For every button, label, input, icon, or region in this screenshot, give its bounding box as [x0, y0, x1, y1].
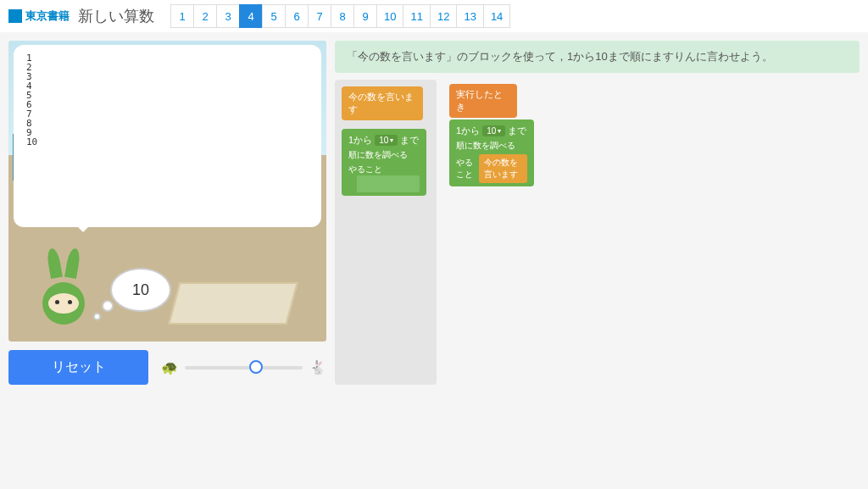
slider-track[interactable] [185, 366, 303, 370]
turtle-icon: 🐢 [161, 359, 178, 375]
block-loop-instance[interactable]: 1から 10 まで 順に数を調べる やること 今の数を言います [449, 119, 534, 186]
logo-icon [8, 9, 22, 23]
block-canvas[interactable]: 実行したとき 1から 10 まで 順に数を調べる やること 今の数を言います [445, 80, 860, 385]
page-button-14[interactable]: 14 [483, 4, 510, 28]
block-on-execute[interactable]: 実行したとき [449, 84, 517, 118]
page-title: 新しい算数 [78, 6, 154, 26]
sandbox-prop [168, 282, 298, 325]
page-button-4[interactable]: 4 [239, 4, 263, 28]
thought-bubble: 10 [110, 268, 171, 312]
block-loop[interactable]: 1から 10 まで 順に数を調べる やること [342, 129, 426, 196]
page-button-1[interactable]: 1 [170, 4, 194, 28]
right-panel: 「今の数を言います」のブロックを使って，1から10まで順にますりんに言わせよう。… [335, 41, 860, 385]
speed-slider[interactable]: 🐢 🐇 [161, 359, 326, 375]
loop-count-dropdown[interactable]: 10 [375, 135, 398, 146]
stage-controls: リセット 🐢 🐇 [8, 350, 326, 385]
publisher-name: 東京書籍 [25, 8, 70, 24]
instruction-banner: 「今の数を言います」のブロックを使って，1から10まで順にますりんに言わせよう。 [335, 41, 860, 73]
left-panel: 1 2 3 4 5 6 7 8 9 10 10 リセット 🐢 🐇 [8, 41, 326, 385]
page-button-7[interactable]: 7 [308, 4, 331, 28]
page-button-13[interactable]: 13 [456, 4, 483, 28]
nested-say-block[interactable]: 今の数を言います [479, 154, 527, 183]
reset-button[interactable]: リセット [8, 350, 148, 385]
loop-count-dropdown-instance[interactable]: 10 [482, 125, 505, 136]
character-masurin [38, 253, 89, 329]
page-button-9[interactable]: 9 [353, 4, 377, 28]
rabbit-icon: 🐇 [309, 359, 326, 375]
page-button-5[interactable]: 5 [262, 4, 286, 28]
speech-balloon: 1 2 3 4 5 6 7 8 9 10 [14, 45, 321, 227]
workspace: 今の数を言います 1から 10 まで 順に数を調べる やること 実行したとき [335, 80, 860, 385]
thought-value: 10 [132, 281, 149, 299]
page-button-11[interactable]: 11 [403, 4, 430, 28]
program-stack[interactable]: 実行したとき 1から 10 まで 順に数を調べる やること 今の数を言います [449, 84, 534, 188]
main-area: 1 2 3 4 5 6 7 8 9 10 10 リセット 🐢 🐇 [0, 32, 868, 393]
page-button-12[interactable]: 12 [430, 4, 457, 28]
header-bar: 東京書籍 新しい算数 1234567891011121314 [0, 0, 868, 32]
stage: 1 2 3 4 5 6 7 8 9 10 10 [8, 41, 326, 342]
publisher-logo: 東京書籍 [8, 8, 70, 24]
page-button-2[interactable]: 2 [193, 4, 217, 28]
page-button-6[interactable]: 6 [285, 4, 309, 28]
pagination: 1234567891011121314 [171, 4, 510, 28]
loop-slot[interactable] [348, 175, 420, 192]
block-say-number[interactable]: 今の数を言います [342, 86, 423, 120]
block-toolbox: 今の数を言います 1から 10 まで 順に数を調べる やること [335, 80, 437, 385]
page-button-3[interactable]: 3 [216, 4, 240, 28]
page-button-10[interactable]: 10 [376, 4, 403, 28]
page-button-8[interactable]: 8 [331, 4, 354, 28]
slider-thumb[interactable] [249, 360, 263, 374]
